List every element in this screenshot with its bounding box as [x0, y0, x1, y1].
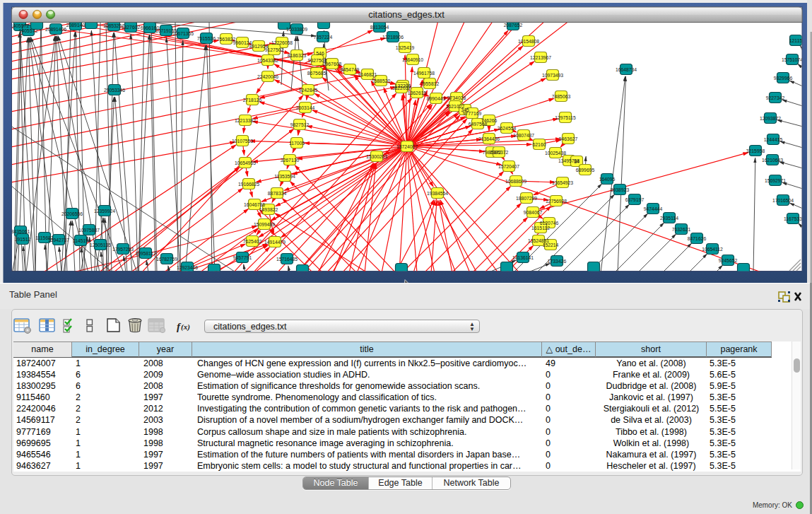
svg-text:9457791: 9457791 — [233, 255, 252, 260]
svg-text:7485063: 7485063 — [552, 94, 571, 99]
svg-text:8813054: 8813054 — [370, 25, 389, 30]
svg-text:2718126: 2718126 — [243, 98, 262, 103]
svg-text:15720407: 15720407 — [498, 164, 519, 169]
svg-text:10107553: 10107553 — [232, 139, 253, 144]
svg-text:152214: 152214 — [543, 243, 559, 247]
svg-text:20206556: 20206556 — [61, 211, 83, 216]
svg-text:13218906: 13218906 — [382, 35, 404, 40]
svg-text:19384554: 19384554 — [427, 191, 448, 196]
svg-text:117005: 117005 — [289, 141, 305, 146]
svg-text:12756928: 12756928 — [546, 199, 567, 204]
svg-text:2089140: 2089140 — [66, 23, 86, 28]
svg-text:14136141: 14136141 — [512, 255, 534, 260]
svg-text:8435061: 8435061 — [11, 229, 30, 234]
svg-text:84: 84 — [574, 159, 579, 164]
svg-text:10688609: 10688609 — [505, 179, 526, 184]
svg-text:1362615: 1362615 — [408, 90, 427, 95]
svg-text:3267130: 3267130 — [281, 158, 300, 163]
svg-text:1327602: 1327602 — [122, 25, 141, 30]
svg-text:1615112: 1615112 — [531, 226, 550, 230]
svg-text:15300203: 15300203 — [366, 154, 387, 159]
svg-text:1733426: 1733426 — [548, 259, 567, 264]
svg-text:746266: 746266 — [481, 118, 498, 123]
svg-text:20891406: 20891406 — [45, 27, 66, 32]
svg-text:9227342: 9227342 — [766, 95, 785, 100]
svg-text:1167533: 1167533 — [784, 216, 802, 221]
svg-text:9463627: 9463627 — [559, 136, 578, 141]
svg-text:6899695: 6899695 — [576, 168, 595, 173]
svg-text:9734028: 9734028 — [447, 95, 466, 100]
svg-text:9474444: 9474444 — [644, 206, 663, 211]
svg-text:1325419: 1325419 — [396, 45, 415, 50]
svg-text:17957253: 17957253 — [112, 247, 134, 252]
svg-text:8675685: 8675685 — [307, 71, 326, 76]
svg-text:7955812: 7955812 — [420, 81, 440, 86]
svg-text:2967608: 2967608 — [323, 62, 342, 66]
svg-text:29053346: 29053346 — [104, 88, 125, 93]
svg-text:1244415: 1244415 — [764, 137, 783, 142]
svg-text:1588520: 1588520 — [372, 78, 391, 83]
svg-text:16648734: 16648734 — [616, 67, 637, 72]
svg-text:10154808: 10154808 — [518, 39, 539, 44]
svg-text:3822037: 3822037 — [392, 86, 411, 90]
svg-text:6379197: 6379197 — [625, 197, 645, 202]
svg-text:13654923: 13654923 — [552, 180, 573, 185]
svg-text:12226058: 12226058 — [271, 40, 293, 45]
svg-text:9245652: 9245652 — [719, 258, 738, 263]
svg-text:(x): (x) — [181, 322, 190, 332]
svg-text:12923446: 12923446 — [177, 265, 198, 270]
svg-text:18724007: 18724007 — [396, 144, 418, 149]
svg-text:18807289: 18807289 — [516, 196, 537, 201]
svg-text:546: 546 — [316, 51, 324, 56]
svg-text:12975115: 12975115 — [555, 115, 576, 120]
svg-text:1493822: 1493822 — [259, 207, 278, 212]
svg-text:391512: 391512 — [15, 237, 31, 242]
svg-text:7986372: 7986372 — [490, 150, 509, 155]
svg-text:16046786: 16046786 — [244, 202, 265, 207]
svg-text:2603144: 2603144 — [296, 105, 315, 110]
svg-text:15692971: 15692971 — [765, 178, 786, 183]
svg-text:2087652: 2087652 — [504, 23, 523, 28]
svg-text:citations_edges.txt: citations_edges.txt — [368, 9, 445, 20]
svg-text:12115: 12115 — [789, 38, 803, 43]
svg-text:7357224: 7357224 — [314, 35, 333, 40]
svg-text:10807487: 10807487 — [513, 133, 534, 138]
svg-text:1405572: 1405572 — [19, 28, 38, 33]
svg-text:14914479: 14914479 — [264, 240, 286, 245]
svg-text:9827512: 9827512 — [290, 122, 310, 127]
svg-text:21364436: 21364436 — [478, 136, 500, 141]
svg-text:12505135: 12505135 — [90, 243, 111, 247]
svg-text:9777169: 9777169 — [463, 111, 482, 116]
svg-text:9146821: 9146821 — [358, 72, 377, 77]
svg-text:9329966: 9329966 — [774, 76, 793, 81]
svg-text:8990443: 8990443 — [427, 96, 446, 101]
svg-text:10025438: 10025438 — [545, 151, 566, 156]
svg-text:15751074: 15751074 — [782, 57, 803, 62]
svg-text:16782759: 16782759 — [156, 257, 177, 262]
svg-text:10671355: 10671355 — [172, 31, 194, 36]
svg-text:8186323: 8186323 — [288, 53, 307, 58]
svg-text:9084067: 9084067 — [524, 210, 543, 215]
svg-text:16210643: 16210643 — [762, 158, 783, 163]
svg-text:13640910: 13640910 — [402, 57, 423, 62]
svg-text:14961758: 14961758 — [413, 71, 435, 76]
svg-text:10543382: 10543382 — [257, 58, 278, 63]
svg-text:7625402: 7625402 — [243, 239, 262, 244]
svg-text:8454749: 8454749 — [341, 67, 360, 72]
svg-text:10654112: 10654112 — [702, 247, 723, 252]
svg-text:12213382: 12213382 — [235, 118, 256, 123]
svg-text:164095: 164095 — [599, 177, 616, 182]
svg-text:10975887: 10975887 — [78, 228, 100, 233]
svg-text:8938923: 8938923 — [611, 187, 630, 192]
svg-text:2935114: 2935114 — [660, 216, 678, 221]
svg-text:12942737: 12942737 — [48, 238, 69, 243]
svg-text:12359924: 12359924 — [94, 209, 115, 214]
svg-text:10958117: 10958117 — [135, 251, 156, 256]
svg-text:22420046: 22420046 — [257, 74, 278, 79]
svg-text:7515536: 7515536 — [197, 36, 216, 41]
svg-text:9242845: 9242845 — [299, 88, 318, 93]
svg-text:3624554: 3624554 — [498, 126, 517, 131]
svg-text:8471626: 8471626 — [688, 236, 707, 241]
svg-text:3215958: 3215958 — [746, 148, 765, 153]
svg-text:10973493: 10973493 — [542, 73, 563, 78]
